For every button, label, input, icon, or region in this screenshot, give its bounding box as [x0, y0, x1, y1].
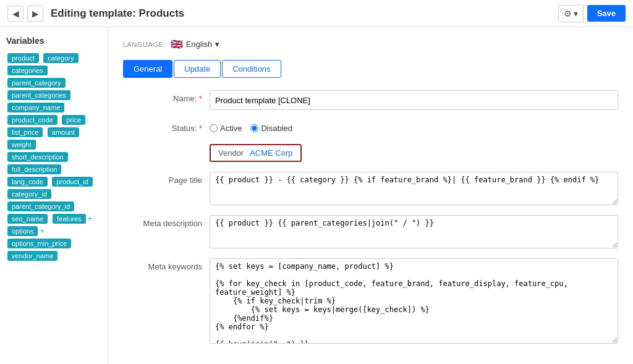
- flag-icon: 🇬🇧: [171, 38, 183, 50]
- name-input[interactable]: [210, 90, 618, 110]
- tag-features[interactable]: features: [53, 214, 86, 224]
- tag-product-id[interactable]: product_id: [52, 177, 92, 187]
- required-star: *: [199, 94, 202, 103]
- tag-product-code[interactable]: product_code: [7, 115, 57, 125]
- meta-kw-label: Meta keywords: [123, 258, 210, 271]
- tag-company-name[interactable]: company_name: [7, 103, 64, 112]
- tag-category-id[interactable]: category_id: [7, 189, 51, 199]
- forward-button[interactable]: ▶: [27, 6, 43, 22]
- status-active-label: Active: [220, 124, 242, 133]
- language-label: LANGUAGE:: [123, 41, 166, 48]
- status-disabled-radio[interactable]: [250, 124, 258, 132]
- meta-desc-label: Meta description: [123, 215, 210, 228]
- status-radio-group: Active Disabled: [210, 120, 292, 133]
- status-required-star: *: [199, 124, 202, 133]
- page-title-textarea[interactable]: {{ product }} - {{ category }} {% if fea…: [210, 172, 618, 205]
- page-title: Editing template: Products: [51, 7, 184, 20]
- page-title-row: Page title {{ product }} - {{ category }…: [123, 172, 618, 205]
- page-title-label: Page title: [123, 172, 210, 185]
- features-plus-icon[interactable]: +: [88, 214, 93, 223]
- tag-categories[interactable]: categories: [7, 66, 48, 75]
- status-active-radio[interactable]: [210, 124, 218, 132]
- tag-product[interactable]: product: [7, 53, 39, 63]
- tag-options-min-price[interactable]: options_min_price: [7, 239, 71, 248]
- tag-parent-category[interactable]: parent_category: [7, 78, 66, 88]
- status-active-option[interactable]: Active: [210, 124, 242, 133]
- vendor-row: Vendor ACME Corp: [123, 143, 618, 162]
- name-row: Name: *: [123, 90, 618, 110]
- vendor-label: Vendor: [218, 148, 244, 158]
- sidebar-title: Variables: [6, 36, 101, 46]
- tab-conditions[interactable]: Conditions: [222, 60, 281, 78]
- tag-seo-name[interactable]: seo_name: [7, 214, 48, 224]
- tag-options[interactable]: options: [7, 226, 38, 236]
- status-disabled-label: Disabled: [261, 124, 292, 133]
- tag-price[interactable]: price: [62, 115, 85, 125]
- tag-parent-category-id[interactable]: parent_category_id: [7, 201, 74, 211]
- vendor-form-label: [123, 143, 210, 146]
- tag-lang-code[interactable]: lang_code: [7, 177, 48, 187]
- tag-vendor-name[interactable]: vendor_name: [7, 251, 57, 261]
- meta-desc-row: Meta description {{ product }} {{ parent…: [123, 215, 618, 248]
- tag-category[interactable]: category: [43, 53, 78, 63]
- topbar-left: ◀ ▶ Editing template: Products: [7, 6, 184, 22]
- gear-button[interactable]: ⚙ ▾: [558, 5, 584, 22]
- meta-kw-textarea[interactable]: {% set keys = [company_name, product] %}…: [210, 258, 618, 344]
- tag-weight[interactable]: weight: [7, 140, 36, 150]
- language-caret-icon: ▾: [215, 40, 219, 49]
- save-button[interactable]: Save: [587, 5, 626, 22]
- back-button[interactable]: ◀: [7, 6, 23, 22]
- vendor-value: ACME Corp: [250, 148, 292, 158]
- gear-caret-icon: ▾: [574, 9, 578, 19]
- status-row: Status: * Active Disabled: [123, 120, 618, 133]
- tab-general[interactable]: General: [123, 60, 172, 78]
- options-plus-icon[interactable]: +: [40, 226, 45, 235]
- status-label: Status: *: [123, 120, 210, 133]
- tag-short-description[interactable]: short_description: [7, 152, 68, 162]
- tag-parent-categories[interactable]: parent_categories: [7, 90, 70, 100]
- layout: Variables product category categories pa…: [0, 27, 633, 364]
- name-label: Name: *: [123, 90, 210, 103]
- vendor-highlight-box: Vendor ACME Corp: [210, 144, 302, 162]
- tab-update[interactable]: Update: [174, 60, 221, 78]
- tag-list-price[interactable]: list_price: [7, 127, 43, 137]
- status-disabled-option[interactable]: Disabled: [250, 124, 292, 133]
- language-bar: LANGUAGE: 🇬🇧 English ▾: [123, 38, 618, 50]
- meta-kw-row: Meta keywords {% set keys = [company_nam…: [123, 258, 618, 344]
- main-content: LANGUAGE: 🇬🇧 English ▾ General Update Co…: [108, 27, 633, 364]
- meta-desc-textarea[interactable]: {{ product }} {{ parent_categories|join(…: [210, 215, 618, 248]
- gear-icon: ⚙: [564, 9, 572, 19]
- sidebar: Variables product category categories pa…: [0, 27, 108, 364]
- topbar-right: ⚙ ▾ Save: [558, 5, 626, 22]
- tabs: General Update Conditions: [123, 60, 618, 78]
- topbar: ◀ ▶ Editing template: Products ⚙ ▾ Save: [0, 0, 633, 27]
- tag-full-description[interactable]: full_description: [7, 164, 61, 174]
- tag-amount[interactable]: amount: [48, 127, 79, 137]
- language-value: English: [186, 40, 213, 49]
- sidebar-tags: product category categories parent_categ…: [6, 52, 101, 262]
- language-selector[interactable]: 🇬🇧 English ▾: [171, 38, 220, 50]
